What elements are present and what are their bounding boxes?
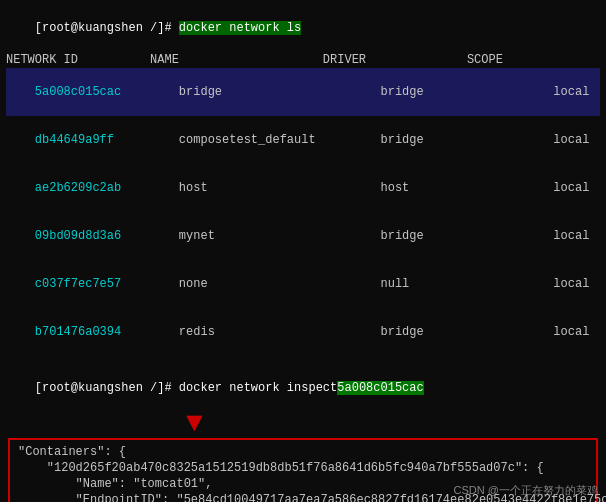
table-row: b701476a0394 redis bridge local [6,308,600,356]
table-row: ae2b6209c2ab host host local [6,164,600,212]
prompt-2: [root@kuangshen /]# [35,381,179,395]
table-headers: NETWORK ID NAME DRIVER SCOPE [6,52,600,68]
terminal: [root@kuangshen /]# docker network ls NE… [0,0,606,502]
cmd-2-highlight: 5a008c015cac [337,381,423,395]
cmd-2-part1: docker network inspect [179,381,337,395]
command-line-2: [root@kuangshen /]# docker network inspe… [6,364,600,412]
arrow-container: ▼ [6,412,600,436]
table-row: c037f7ec7e57 none null local [6,260,600,308]
cmd-1: docker network ls [179,21,301,35]
watermark: CSDN @一个正在努力的菜鸡 [454,483,598,498]
prompt-1: [root@kuangshen /]# [35,21,179,35]
down-arrow-icon: ▼ [186,412,203,436]
command-line-1: [root@kuangshen /]# docker network ls [6,4,600,52]
table-row: db44649a9ff composetest_default bridge l… [6,116,600,164]
table-row: 09bd09d8d3a6 mynet bridge local [6,212,600,260]
inspect-line: "120d265f20ab470c8325a1512519db8db51f76a… [18,460,588,476]
blank-line [6,356,600,364]
inspect-line: "Containers": { [18,444,588,460]
table-row: 5a008c015cac bridge bridge local [6,68,600,116]
